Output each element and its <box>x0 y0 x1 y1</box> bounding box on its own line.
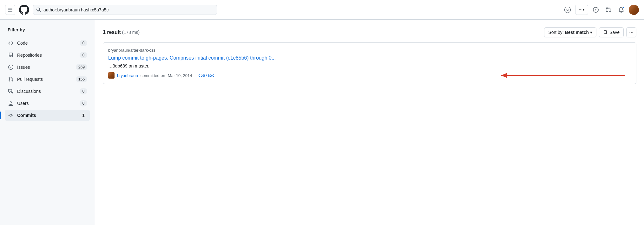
sidebar-title: Filter by <box>5 27 90 32</box>
results-info: 1 result (178 ms) <box>103 29 140 35</box>
sidebar-item-discussions[interactable]: Discussions 0 <box>5 86 90 97</box>
issues-icon <box>593 7 599 13</box>
sort-chevron-icon: ▾ <box>590 30 592 35</box>
pull-request-icon <box>606 7 611 13</box>
sidebar-item-code[interactable]: Code 0 <box>5 37 90 49</box>
sort-by-label: Sort by: Best match <box>548 30 589 35</box>
separator: · <box>194 73 196 78</box>
user-avatar[interactable] <box>629 5 639 15</box>
plus-icon: + <box>579 7 582 13</box>
results-actions: Sort by: Best match ▾ Save ··· <box>544 27 636 37</box>
copilot-icon <box>564 6 571 13</box>
sidebar-item-commits[interactable]: Commits 1 <box>5 110 90 121</box>
copilot-button[interactable] <box>562 5 573 15</box>
sidebar-label-repositories: Repositories <box>17 53 76 58</box>
results-time: (178 ms) <box>122 30 140 35</box>
sidebar-badge-issues: 269 <box>76 64 87 70</box>
commit-hash[interactable]: c5a7a5c <box>198 73 214 78</box>
commit-icon <box>8 112 14 119</box>
dropdown-arrow: ▾ <box>583 8 585 12</box>
discussion-icon <box>8 88 14 94</box>
sidebar-item-repositories[interactable]: Repositories 0 <box>5 49 90 61</box>
sidebar-label-discussions: Discussions <box>17 89 76 94</box>
sidebar-label-pull-requests: Pull requests <box>17 77 73 82</box>
search-input[interactable] <box>33 5 217 15</box>
save-label: Save <box>609 30 620 35</box>
notifications-button[interactable] <box>616 5 626 15</box>
sidebar-badge-users: 0 <box>80 100 87 106</box>
commit-date: Mar 10, 2014 <box>168 73 192 78</box>
results-header: 1 result (178 ms) Sort by: Best match ▾ … <box>103 27 636 37</box>
more-icon: ··· <box>629 29 633 35</box>
sidebar-item-issues[interactable]: Issues 269 <box>5 61 90 73</box>
hamburger-button[interactable] <box>5 5 15 15</box>
header-right: + ▾ <box>562 5 639 15</box>
pull-requests-button[interactable] <box>603 5 614 15</box>
save-button[interactable]: Save <box>599 27 624 37</box>
arrow-indicator <box>479 72 631 79</box>
avatar-image <box>629 5 639 15</box>
result-repo: bryanbraun/after-dark-css <box>108 48 631 53</box>
sidebar-label-commits: Commits <box>17 113 76 118</box>
issues-button[interactable] <box>591 5 601 15</box>
sidebar-item-users[interactable]: Users 0 <box>5 98 90 109</box>
sidebar-label-code: Code <box>17 41 76 46</box>
hamburger-icon <box>8 7 13 12</box>
notification-badge <box>622 6 625 9</box>
pr-icon <box>8 76 14 82</box>
commit-author[interactable]: bryanbraun <box>117 73 138 78</box>
search-icon <box>36 7 41 12</box>
issue-icon <box>8 64 14 70</box>
arrow-icon <box>479 72 631 79</box>
sidebar-item-pull-requests[interactable]: Pull requests 155 <box>5 74 90 85</box>
sidebar-badge-repositories: 0 <box>80 52 87 58</box>
sidebar-badge-commits: 1 <box>80 112 87 119</box>
sort-button[interactable]: Sort by: Best match ▾ <box>544 27 596 37</box>
sidebar-label-users: Users <box>17 101 76 106</box>
sidebar-badge-pull-requests: 155 <box>76 76 87 82</box>
sidebar-badge-code: 0 <box>80 40 87 46</box>
result-body: …3db639 on master. <box>108 63 631 68</box>
user-icon <box>8 100 14 106</box>
search-bar <box>33 5 559 15</box>
bookmark-icon <box>603 30 608 35</box>
results-count: 1 result <box>103 29 121 35</box>
main-content: 1 result (178 ms) Sort by: Best match ▾ … <box>95 20 644 225</box>
commit-action: committed on <box>141 73 165 78</box>
svg-marker-1 <box>501 73 507 78</box>
sidebar-label-issues: Issues <box>17 65 73 70</box>
result-title-link[interactable]: Lump commit to gh-pages. Comprises initi… <box>108 55 631 61</box>
commit-author-avatar <box>108 72 115 79</box>
more-options-button[interactable]: ··· <box>626 27 636 37</box>
sidebar-badge-discussions: 0 <box>80 88 87 94</box>
github-logo[interactable] <box>19 5 29 15</box>
result-meta: bryanbraun committed on Mar 10, 2014 · c… <box>108 72 631 79</box>
layout: Filter by Code 0 Repositories 0 <box>0 20 644 225</box>
result-card: bryanbraun/after-dark-css Lump commit to… <box>103 42 636 84</box>
code-icon <box>8 40 14 46</box>
sidebar: Filter by Code 0 Repositories 0 <box>0 20 95 225</box>
header-left <box>5 5 29 15</box>
create-new-button[interactable]: + ▾ <box>575 5 588 15</box>
header: + ▾ <box>0 0 644 20</box>
repo-icon <box>8 52 14 58</box>
github-mark-icon <box>19 5 29 15</box>
